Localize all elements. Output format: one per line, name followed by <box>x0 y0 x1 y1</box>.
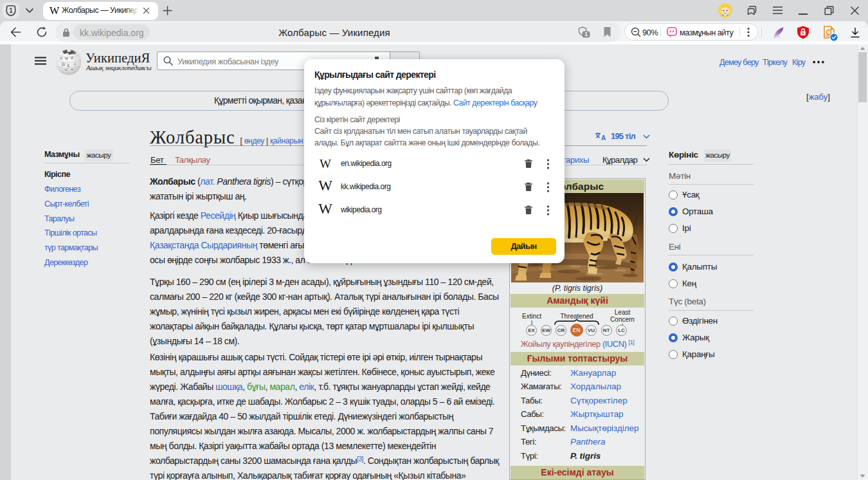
svg-text:W: W <box>65 57 69 60</box>
svg-text:A: A <box>601 134 606 141</box>
svg-text:Ω: Ω <box>60 57 62 60</box>
svg-text:1: 1 <box>584 31 588 37</box>
svg-text:И: И <box>71 56 73 60</box>
svg-text:А: А <box>73 62 76 66</box>
svg-text:山: 山 <box>62 62 66 66</box>
svg-text:ש: ש <box>65 68 68 71</box>
svg-text:1: 1 <box>9 7 13 14</box>
svg-text:வ: வ <box>71 68 73 71</box>
